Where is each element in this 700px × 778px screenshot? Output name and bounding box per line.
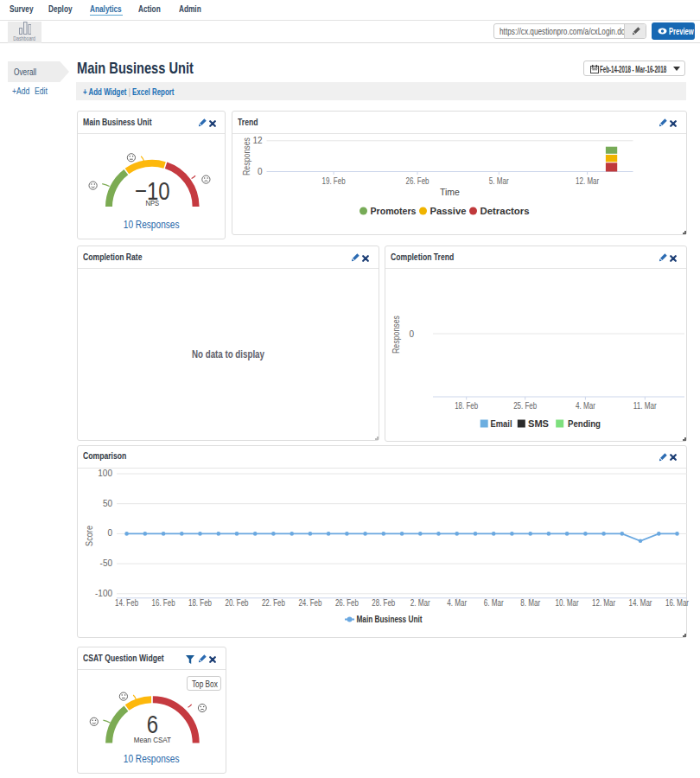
- svg-text:Mean CSAT: Mean CSAT: [134, 735, 172, 744]
- svg-text:Promoters: Promoters: [370, 207, 416, 216]
- svg-text:16. Mar: 16. Mar: [665, 597, 690, 607]
- svg-text:0: 0: [409, 329, 414, 339]
- svg-text:6. Mar: 6. Mar: [484, 597, 505, 607]
- svg-text:0: 0: [107, 528, 112, 538]
- svg-text:SMS: SMS: [528, 418, 549, 429]
- svg-text:26. Feb: 26. Feb: [405, 176, 429, 186]
- svg-text:14. Mar: 14. Mar: [629, 597, 653, 607]
- svg-text:NPS: NPS: [145, 198, 159, 207]
- svg-text:5. Mar: 5. Mar: [488, 176, 509, 186]
- svg-text:22. Feb: 22. Feb: [262, 597, 285, 607]
- svg-text:100: 100: [98, 469, 112, 478]
- svg-text:25. Feb: 25. Feb: [513, 401, 537, 411]
- svg-text:4. Mar: 4. Mar: [447, 597, 468, 607]
- svg-text:18. Feb: 18. Feb: [455, 401, 478, 411]
- svg-text:10. Mar: 10. Mar: [556, 597, 580, 607]
- svg-text:Time: Time: [440, 187, 460, 197]
- svg-text:28. Feb: 28. Feb: [372, 597, 395, 607]
- svg-text:12. Mar: 12. Mar: [592, 597, 616, 607]
- svg-text:11. Mar: 11. Mar: [633, 401, 658, 411]
- svg-text:Responses: Responses: [241, 137, 251, 175]
- svg-text:12: 12: [252, 136, 263, 145]
- svg-text:Pending: Pending: [568, 418, 601, 429]
- svg-text:2. Mar: 2. Mar: [410, 597, 431, 607]
- svg-text:4. Mar: 4. Mar: [576, 401, 596, 411]
- svg-text:Email: Email: [491, 418, 512, 429]
- svg-text:12. Mar: 12. Mar: [576, 176, 600, 186]
- svg-text:16. Feb: 16. Feb: [152, 597, 175, 607]
- svg-text:Responses: Responses: [391, 316, 401, 354]
- svg-text:26. Feb: 26. Feb: [335, 597, 359, 607]
- svg-text:-100: -100: [95, 588, 112, 597]
- svg-text:Score: Score: [85, 525, 94, 545]
- svg-text:20. Feb: 20. Feb: [226, 597, 249, 607]
- svg-text:Detractors: Detractors: [480, 207, 529, 216]
- svg-text:50: 50: [103, 498, 113, 507]
- svg-text:24. Feb: 24. Feb: [298, 597, 321, 607]
- svg-text:-50: -50: [100, 558, 113, 568]
- svg-text:18. Feb: 18. Feb: [188, 597, 212, 607]
- svg-text:8. Mar: 8. Mar: [520, 597, 541, 607]
- svg-text:Passive: Passive: [430, 207, 466, 216]
- svg-text:19. Feb: 19. Feb: [321, 176, 345, 186]
- svg-text:14. Feb: 14. Feb: [115, 597, 138, 607]
- svg-text:0: 0: [257, 167, 262, 176]
- svg-text:Main Business Unit: Main Business Unit: [357, 614, 423, 624]
